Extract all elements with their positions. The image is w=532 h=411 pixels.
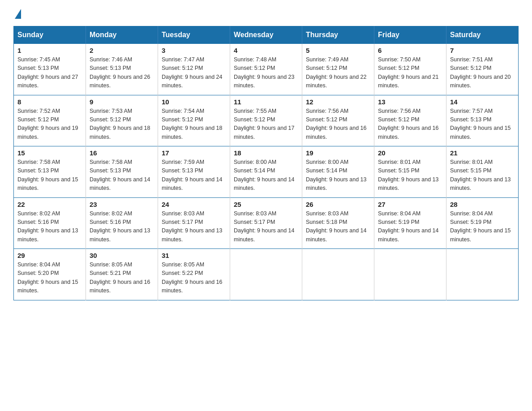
day-info: Sunrise: 7:45 AMSunset: 5:13 PMDaylight:… [17,56,82,90]
day-info: Sunrise: 7:57 AMSunset: 5:13 PMDaylight:… [450,107,515,142]
day-of-week-header: Tuesday [158,26,230,44]
calendar-day-cell: 14 Sunrise: 7:57 AMSunset: 5:13 PMDaylig… [446,95,519,146]
day-info: Sunrise: 8:03 AMSunset: 5:18 PMDaylight:… [306,210,370,244]
calendar-day-cell: 2 Sunrise: 7:46 AMSunset: 5:13 PMDayligh… [86,44,158,95]
calendar-week-row: 8 Sunrise: 7:52 AMSunset: 5:12 PMDayligh… [14,95,519,146]
calendar-day-cell: 3 Sunrise: 7:47 AMSunset: 5:12 PMDayligh… [158,44,230,95]
day-info: Sunrise: 7:50 AMSunset: 5:12 PMDaylight:… [378,56,442,90]
day-number: 21 [450,149,515,157]
day-number: 18 [234,149,298,157]
calendar-week-row: 15 Sunrise: 7:58 AMSunset: 5:13 PMDaylig… [14,146,519,198]
day-number: 9 [90,98,154,106]
calendar-day-cell: 12 Sunrise: 7:56 AMSunset: 5:12 PMDaylig… [302,95,374,146]
day-info: Sunrise: 7:58 AMSunset: 5:13 PMDaylight:… [90,158,154,193]
day-info: Sunrise: 7:56 AMSunset: 5:12 PMDaylight:… [306,107,370,142]
day-number: 30 [90,252,154,259]
day-info: Sunrise: 7:58 AMSunset: 5:13 PMDaylight:… [17,158,82,193]
day-info: Sunrise: 7:54 AMSunset: 5:12 PMDaylight:… [162,107,226,142]
calendar-day-cell: 17 Sunrise: 7:59 AMSunset: 5:13 PMDaylig… [158,146,230,198]
day-number: 20 [378,149,442,157]
day-info: Sunrise: 8:04 AMSunset: 5:20 PMDaylight:… [17,261,82,295]
day-number: 1 [17,47,82,54]
day-number: 12 [306,98,370,106]
calendar-day-cell: 10 Sunrise: 7:54 AMSunset: 5:12 PMDaylig… [158,95,230,146]
calendar-day-cell: 23 Sunrise: 8:02 AMSunset: 5:16 PMDaylig… [86,197,158,249]
day-info: Sunrise: 7:48 AMSunset: 5:12 PMDaylight:… [234,56,298,90]
calendar-day-cell: 29 Sunrise: 8:04 AMSunset: 5:20 PMDaylig… [14,249,86,300]
calendar-day-cell: 22 Sunrise: 8:02 AMSunset: 5:16 PMDaylig… [14,197,86,249]
calendar-day-cell: 27 Sunrise: 8:04 AMSunset: 5:19 PMDaylig… [374,197,446,249]
day-info: Sunrise: 7:47 AMSunset: 5:12 PMDaylight:… [162,56,226,90]
day-info: Sunrise: 8:05 AMSunset: 5:22 PMDaylight:… [162,261,226,295]
day-number: 11 [234,98,298,106]
day-number: 27 [378,201,442,208]
calendar-day-cell: 6 Sunrise: 7:50 AMSunset: 5:12 PMDayligh… [374,44,446,95]
calendar-day-cell: 4 Sunrise: 7:48 AMSunset: 5:12 PMDayligh… [230,44,302,95]
day-info: Sunrise: 7:59 AMSunset: 5:13 PMDaylight:… [162,158,226,193]
day-number: 13 [378,98,442,106]
day-info: Sunrise: 7:46 AMSunset: 5:13 PMDaylight:… [90,56,154,90]
day-number: 5 [306,47,370,54]
calendar-day-cell: 31 Sunrise: 8:05 AMSunset: 5:22 PMDaylig… [158,249,230,300]
day-number: 2 [90,47,154,54]
calendar-day-cell: 9 Sunrise: 7:53 AMSunset: 5:12 PMDayligh… [86,95,158,146]
day-of-week-header: Wednesday [230,26,302,44]
day-info: Sunrise: 8:04 AMSunset: 5:19 PMDaylight:… [450,210,515,244]
day-number: 24 [162,201,226,208]
day-info: Sunrise: 8:01 AMSunset: 5:15 PMDaylight:… [450,158,515,193]
day-number: 26 [306,201,370,208]
day-info: Sunrise: 7:55 AMSunset: 5:12 PMDaylight:… [234,107,298,142]
calendar-day-cell [230,249,302,300]
day-number: 22 [17,201,82,208]
logo-triangle-icon [15,9,21,19]
calendar-day-cell [446,249,519,300]
calendar-day-cell: 25 Sunrise: 8:03 AMSunset: 5:17 PMDaylig… [230,197,302,249]
calendar-day-cell: 20 Sunrise: 8:01 AMSunset: 5:15 PMDaylig… [374,146,446,198]
day-info: Sunrise: 7:49 AMSunset: 5:12 PMDaylight:… [306,56,370,90]
day-number: 28 [450,201,515,208]
calendar-day-cell: 7 Sunrise: 7:51 AMSunset: 5:12 PMDayligh… [446,44,519,95]
calendar-day-cell: 28 Sunrise: 8:04 AMSunset: 5:19 PMDaylig… [446,197,519,249]
day-number: 6 [378,47,442,54]
calendar-header-row: SundayMondayTuesdayWednesdayThursdayFrid… [14,26,519,44]
day-of-week-header: Friday [374,26,446,44]
calendar-day-cell: 11 Sunrise: 7:55 AMSunset: 5:12 PMDaylig… [230,95,302,146]
day-info: Sunrise: 7:52 AMSunset: 5:12 PMDaylight:… [17,107,82,142]
calendar-day-cell: 26 Sunrise: 8:03 AMSunset: 5:18 PMDaylig… [302,197,374,249]
day-info: Sunrise: 8:02 AMSunset: 5:16 PMDaylight:… [17,210,82,244]
day-number: 3 [162,47,226,54]
calendar-week-row: 22 Sunrise: 8:02 AMSunset: 5:16 PMDaylig… [14,197,519,249]
day-info: Sunrise: 7:51 AMSunset: 5:12 PMDaylight:… [450,56,515,90]
day-info: Sunrise: 8:04 AMSunset: 5:19 PMDaylight:… [378,210,442,244]
calendar-day-cell: 30 Sunrise: 8:05 AMSunset: 5:21 PMDaylig… [86,249,158,300]
day-number: 4 [234,47,298,54]
day-info: Sunrise: 8:03 AMSunset: 5:17 PMDaylight:… [162,210,226,244]
day-number: 29 [17,252,82,259]
page-header [13,9,519,18]
calendar-table: SundayMondayTuesdayWednesdayThursdayFrid… [13,26,519,300]
day-number: 7 [450,47,515,54]
calendar-day-cell: 5 Sunrise: 7:49 AMSunset: 5:12 PMDayligh… [302,44,374,95]
day-info: Sunrise: 8:03 AMSunset: 5:17 PMDaylight:… [234,210,298,244]
calendar-day-cell [374,249,446,300]
day-info: Sunrise: 7:56 AMSunset: 5:12 PMDaylight:… [378,107,442,142]
calendar-day-cell: 19 Sunrise: 8:00 AMSunset: 5:14 PMDaylig… [302,146,374,198]
day-number: 19 [306,149,370,157]
day-number: 31 [162,252,226,259]
day-number: 23 [90,201,154,208]
calendar-day-cell: 8 Sunrise: 7:52 AMSunset: 5:12 PMDayligh… [14,95,86,146]
day-number: 25 [234,201,298,208]
day-number: 14 [450,98,515,106]
day-number: 10 [162,98,226,106]
calendar-day-cell: 24 Sunrise: 8:03 AMSunset: 5:17 PMDaylig… [158,197,230,249]
calendar-day-cell: 15 Sunrise: 7:58 AMSunset: 5:13 PMDaylig… [14,146,86,198]
day-info: Sunrise: 8:01 AMSunset: 5:15 PMDaylight:… [378,158,442,193]
logo [13,9,21,18]
day-of-week-header: Sunday [14,26,86,44]
day-info: Sunrise: 7:53 AMSunset: 5:12 PMDaylight:… [90,107,154,142]
day-of-week-header: Saturday [446,26,519,44]
day-number: 8 [17,98,82,106]
day-number: 15 [17,149,82,157]
calendar-day-cell: 1 Sunrise: 7:45 AMSunset: 5:13 PMDayligh… [14,44,86,95]
day-number: 17 [162,149,226,157]
